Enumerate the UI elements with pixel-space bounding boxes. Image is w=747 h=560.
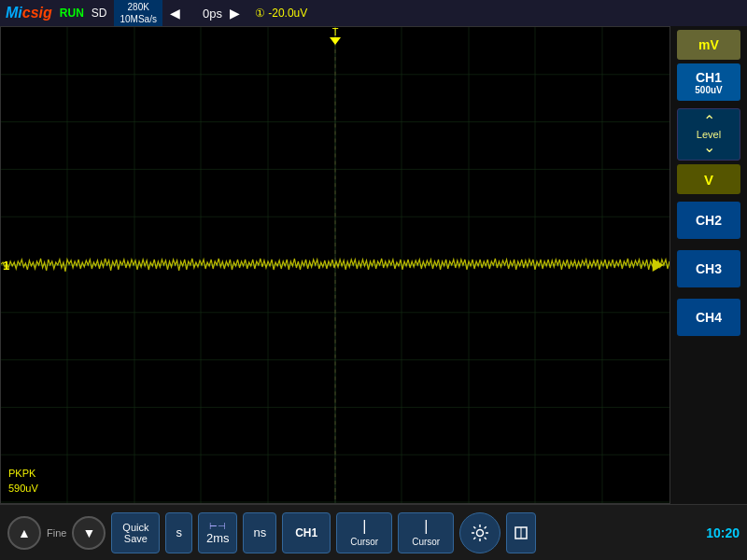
ch3-button[interactable]: CH3 <box>677 250 740 287</box>
pkpk-label: PKPK <box>8 467 38 481</box>
time-div-value: 2ms <box>206 531 230 545</box>
time-div-icon: ⊢⊣ <box>209 521 226 531</box>
logo: Micsig <box>6 5 52 21</box>
scope-grid <box>1 27 669 503</box>
ch1-label: CH1 <box>696 70 722 85</box>
fine-up-button[interactable]: ▲ <box>7 516 41 550</box>
sd-label: SD <box>92 7 107 20</box>
time-pos-right-arrow[interactable]: ▶ <box>230 6 240 21</box>
trigger-info: ① -20.0uV <box>255 7 307 20</box>
ch4-label: CH4 <box>696 310 722 325</box>
cursor1-button[interactable]: | Cursor <box>336 512 392 553</box>
level-button[interactable]: ⌃ Level ⌄ <box>677 108 740 161</box>
quick-save-button[interactable]: Quick Save <box>111 512 160 553</box>
run-status: RUN <box>60 7 84 20</box>
time-position: 0ps <box>203 7 222 21</box>
mv-button[interactable]: mV <box>677 30 740 60</box>
ns-label[interactable]: ns <box>243 512 276 553</box>
main-area: T 1 PKPK 590uV mV CH1 500uV ⌃ Level ⌄ V … <box>0 26 747 504</box>
fine-label: Fine <box>47 527 66 539</box>
cursor1-label: Cursor <box>350 537 378 547</box>
ch2-label: CH2 <box>696 213 722 228</box>
svg-point-21 <box>477 529 484 536</box>
cursor2-icon: | <box>424 518 428 535</box>
ch2-button[interactable]: CH2 <box>677 202 740 239</box>
ch1-button[interactable]: CH1 500uV <box>677 63 740 101</box>
time-pos-left-arrow[interactable]: ◀ <box>170 6 180 21</box>
sample-info: 280K 10MSa/s <box>114 0 162 26</box>
header-bar: Micsig RUN SD 280K 10MSa/s ◀ 0ps ▶ ① -20… <box>0 0 747 26</box>
sample-rate: 10MSa/s <box>120 13 156 25</box>
time-display: 10:20 <box>706 525 740 540</box>
ch1-indicator[interactable]: CH1 <box>282 512 331 553</box>
cursor2-label: Cursor <box>412 537 440 547</box>
cursor2-button[interactable]: | Cursor <box>398 512 454 553</box>
pkpk-value: 590uV <box>8 482 38 496</box>
level-up-chevron: ⌃ <box>703 114 715 129</box>
settings-button[interactable] <box>459 512 500 553</box>
seconds-label[interactable]: s <box>165 512 192 553</box>
trigger-marker: T <box>330 27 341 45</box>
bottom-toolbar: ▲ Fine ▼ Quick Save s ⊢⊣ 2ms ns CH1 | Cu… <box>0 504 747 560</box>
pkpk-readout: PKPK 590uV <box>8 467 38 496</box>
v-button[interactable]: V <box>677 164 740 194</box>
sample-memory: 280K <box>128 1 149 13</box>
fine-control-group: ▲ <box>7 516 41 550</box>
time-div-control[interactable]: ⊢⊣ 2ms <box>198 512 238 553</box>
ch1-scale: 500uV <box>695 85 722 95</box>
level-down-chevron: ⌄ <box>703 140 715 155</box>
ch4-button[interactable]: CH4 <box>677 299 740 336</box>
cursor1-icon: | <box>362 518 366 535</box>
quick-save-line1: Quick <box>122 522 148 533</box>
fine-down-button[interactable]: ▼ <box>72 516 106 550</box>
ch1-marker: 1 <box>3 259 9 273</box>
ch3-label: CH3 <box>696 261 722 276</box>
right-sidebar: mV CH1 500uV ⌃ Level ⌄ V CH2 CH3 CH4 <box>670 26 747 504</box>
extra-icon <box>514 525 529 540</box>
extra-button[interactable] <box>506 512 536 553</box>
scope-area: T 1 PKPK 590uV <box>0 26 670 504</box>
settings-icon <box>470 523 490 543</box>
quick-save-line2: Save <box>124 533 148 544</box>
